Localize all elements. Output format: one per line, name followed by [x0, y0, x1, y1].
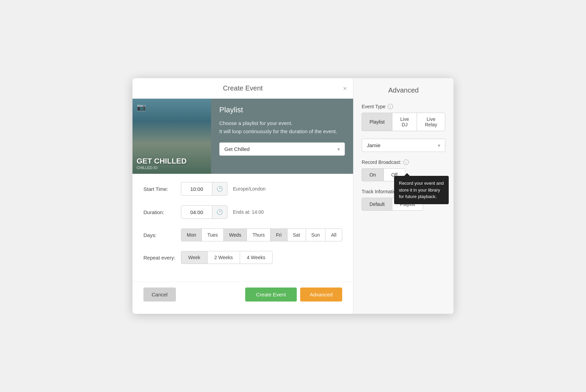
dj-select-row: Jamie Other DJ ▼ — [362, 139, 445, 152]
banner-image: 📷 GET CHILLED CHILLED.IO — [132, 99, 211, 174]
event-type-livedj-btn[interactable]: Live DJ — [392, 113, 417, 131]
repeat-group: Week 2 Weeks 4 Weeks — [181, 251, 273, 264]
duration-clock-icon[interactable]: 🕐 — [212, 206, 227, 219]
cancel-button[interactable]: Cancel — [143, 288, 176, 302]
day-btn-weds[interactable]: Weds — [223, 228, 247, 241]
banner-image-subtitle: CHILLED.IO — [137, 166, 187, 170]
footer-right-buttons: Create Event Advanced — [245, 288, 342, 302]
repeat-label: Repeat every: — [143, 255, 181, 261]
repeat-btn-2weeks[interactable]: 2 Weeks — [207, 251, 240, 264]
record-broadcast-tooltip: Record your event and store it in your l… — [394, 176, 449, 204]
day-btn-fri[interactable]: Fri — [270, 228, 287, 241]
days-row: Days: Mon Tues Weds Thurs Fri Sat Sun Al… — [143, 228, 342, 241]
event-type-group: Playlist Live DJ Live Relay — [362, 113, 445, 131]
modal-title: Create Event — [223, 84, 263, 92]
camera-icon: 📷 — [137, 103, 146, 112]
ends-label: Ends at: 14:00 — [233, 209, 264, 215]
start-time-clock-icon[interactable]: 🕐 — [212, 182, 227, 195]
record-broadcast-info-icon: i — [403, 159, 409, 165]
start-time-input[interactable] — [181, 183, 212, 195]
banner-content: Playlist Choose a playlist for your even… — [211, 99, 353, 163]
form-area: Start Time: 🕐 Europe/London Duration: 🕐 … — [132, 174, 353, 282]
record-on-btn[interactable]: On — [362, 168, 384, 181]
event-type-playlist-btn[interactable]: Playlist — [362, 113, 392, 131]
duration-label: Duration: — [143, 209, 181, 215]
repeat-btn-4weeks[interactable]: 4 Weeks — [240, 251, 273, 264]
days-label: Days: — [143, 232, 181, 238]
record-broadcast-label: Record Broadcast: i Record your event an… — [362, 159, 445, 165]
duration-input[interactable] — [181, 206, 212, 219]
repeat-btn-week[interactable]: Week — [181, 251, 208, 264]
banner-image-bg: 📷 GET CHILLED CHILLED.IO — [132, 99, 211, 174]
repeat-row: Repeat every: Week 2 Weeks 4 Weeks — [143, 251, 342, 264]
modal-footer: Cancel Create Event Advanced — [132, 282, 353, 307]
close-button[interactable]: × — [343, 85, 347, 92]
playlist-select[interactable]: Get Chilled — [219, 142, 345, 156]
advanced-button[interactable]: Advanced — [300, 288, 342, 302]
start-time-input-group: 🕐 — [181, 182, 227, 196]
day-btn-sun[interactable]: Sun — [306, 228, 326, 241]
event-type-section-label: Event Type i — [362, 104, 445, 109]
modal-container: Create Event × 📷 GET CHILLED CHILLED.IO … — [132, 78, 454, 314]
start-time-row: Start Time: 🕐 Europe/London — [143, 182, 342, 196]
timezone-label: Europe/London — [233, 186, 266, 192]
create-event-button[interactable]: Create Event — [245, 288, 297, 302]
advanced-title: Advanced — [362, 86, 445, 94]
playlist-select-wrapper: Get Chilled ▼ — [219, 142, 345, 156]
start-time-label: Start Time: — [143, 186, 181, 192]
banner-type-label: Playlist — [219, 106, 345, 114]
day-btn-tues[interactable]: Tues — [201, 228, 224, 241]
banner-image-title: GET CHILLED — [137, 157, 187, 166]
left-panel: Create Event × 📷 GET CHILLED CHILLED.IO … — [132, 78, 353, 314]
modal-header: Create Event × — [132, 78, 353, 99]
day-btn-thurs[interactable]: Thurs — [247, 228, 270, 241]
banner-description: Choose a playlist for your event. It wil… — [219, 119, 345, 136]
duration-row: Duration: 🕐 Ends at: 14:00 — [143, 205, 342, 219]
day-btn-all[interactable]: All — [325, 228, 342, 241]
playlist-banner: 📷 GET CHILLED CHILLED.IO Playlist Choose… — [132, 99, 353, 174]
days-group: Mon Tues Weds Thurs Fri Sat Sun All — [181, 228, 342, 241]
event-type-liverelay-btn[interactable]: Live Relay — [417, 113, 445, 131]
duration-input-group: 🕐 — [181, 205, 227, 219]
day-btn-mon[interactable]: Mon — [181, 228, 202, 241]
right-panel: Advanced Event Type i Playlist Live DJ L… — [353, 78, 454, 314]
track-info-default-btn[interactable]: Default — [362, 198, 392, 211]
day-btn-sat[interactable]: Sat — [287, 228, 306, 241]
dj-select[interactable]: Jamie Other DJ — [362, 139, 445, 152]
event-type-info-icon: i — [388, 104, 393, 109]
